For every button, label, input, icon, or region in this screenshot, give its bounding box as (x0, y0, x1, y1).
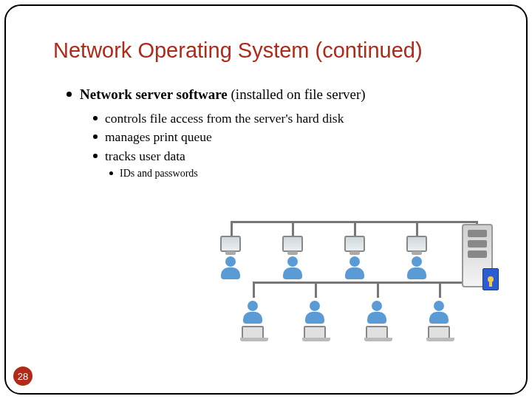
workstation-node (335, 236, 374, 279)
laptop-icon (366, 326, 388, 339)
drop-line (354, 221, 356, 237)
person-icon (428, 301, 450, 323)
person-icon (242, 301, 264, 323)
bullet-sub-1: manages print queue (93, 129, 495, 146)
lock-badge-icon (482, 268, 499, 290)
drop-line (253, 283, 255, 298)
laptop-node (233, 296, 272, 339)
drop-line (315, 283, 317, 298)
slide-title: Network Operating System (continued) (53, 38, 502, 63)
person-icon (304, 301, 326, 323)
person-icon (366, 301, 388, 323)
keyhole-icon (488, 276, 494, 282)
workstation-node (398, 236, 436, 279)
laptop-icon (304, 326, 326, 339)
bullet-subsub-group: IDs and passwords (109, 167, 495, 181)
monitor-icon (220, 236, 241, 252)
bullet-subsub-0: IDs and passwords (109, 167, 495, 181)
bullet-sub-2: tracks user data (93, 148, 495, 166)
laptop-node (420, 296, 458, 339)
laptop-icon (242, 326, 264, 339)
bullet-main-rest: (installed on file server) (228, 86, 366, 102)
drop-line (377, 283, 379, 298)
bus-line-bottom (253, 282, 491, 284)
drop-line (292, 221, 294, 237)
bullet-sub-0: controls file access from the server's h… (93, 110, 495, 128)
person-icon (406, 256, 428, 279)
drop-line (416, 221, 418, 237)
bullet-main-bold: Network server software (80, 86, 228, 102)
workstation-node (211, 236, 250, 279)
person-icon (219, 256, 242, 279)
laptop-node (296, 296, 334, 339)
monitor-icon (406, 236, 427, 252)
server-icon (462, 224, 493, 287)
network-diagram (170, 211, 502, 358)
laptop-icon (428, 326, 450, 339)
workstation-node (273, 236, 312, 279)
bus-line-top (231, 221, 476, 223)
content-area: Network server software (installed on fi… (66, 85, 495, 180)
bullet-main: Network server software (installed on fi… (66, 85, 495, 104)
person-icon (344, 256, 366, 279)
drop-line (439, 283, 441, 298)
bullet-sub-group: controls file access from the server's h… (93, 110, 495, 181)
page-number-badge: 28 (13, 366, 33, 386)
monitor-icon (344, 236, 365, 252)
drop-line (231, 221, 233, 237)
laptop-node (358, 296, 396, 339)
person-icon (282, 256, 304, 279)
monitor-icon (282, 236, 303, 252)
